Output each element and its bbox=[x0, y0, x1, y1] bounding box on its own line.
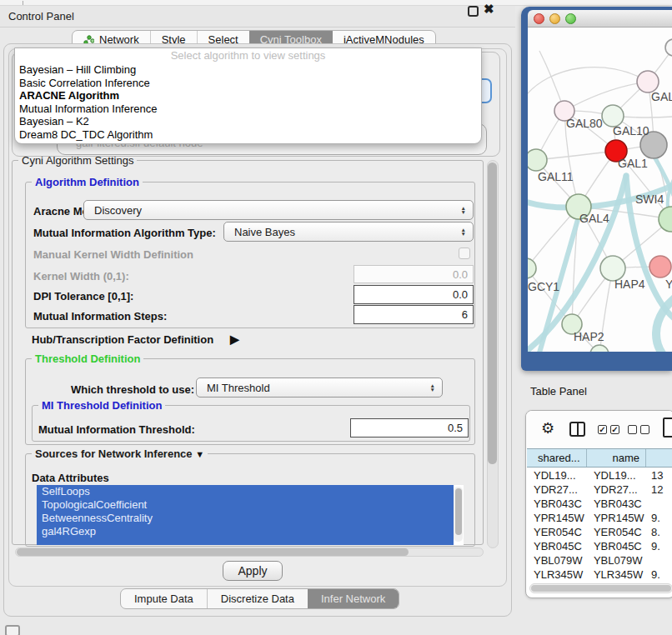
node-gal1-label: GAL1 bbox=[618, 157, 648, 170]
table-cell[interactable]: YBR043C bbox=[587, 498, 647, 510]
attributes-scrollbar[interactable] bbox=[454, 487, 463, 542]
algorithm-option[interactable]: Basic Correlation Inference bbox=[15, 77, 481, 90]
docked-panel-icon[interactable] bbox=[5, 625, 20, 635]
table-row[interactable]: YER054CYER054C8. bbox=[527, 525, 672, 539]
table-cell[interactable]: 9. bbox=[647, 540, 672, 552]
table-panel-title: Table Panel bbox=[530, 385, 587, 398]
table-cell[interactable]: 12 bbox=[647, 483, 672, 496]
node-gal11[interactable] bbox=[528, 149, 547, 171]
table-cell[interactable]: YBL079W bbox=[587, 554, 647, 567]
data-attribute-option[interactable]: TopologicalCoefficient bbox=[37, 498, 454, 512]
document-icon[interactable] bbox=[663, 418, 672, 438]
aracne-mode-combobox[interactable]: Discovery ▲▼ bbox=[83, 200, 474, 220]
collapse-down-icon[interactable]: ▼ bbox=[195, 449, 204, 459]
tab-discretize-data[interactable]: Discretize Data bbox=[207, 589, 308, 608]
expand-right-icon[interactable]: ▶ bbox=[230, 332, 239, 346]
mi-steps-label: Mutual Information Steps: bbox=[33, 310, 167, 322]
table-cell[interactable]: YLR345W bbox=[527, 568, 587, 581]
checked-checkbox-icon[interactable]: ✓ bbox=[610, 425, 619, 434]
tab-infer-network[interactable]: Infer Network bbox=[308, 589, 399, 608]
control-panel-titlebar: Control Panel bbox=[0, 6, 515, 28]
table-cell[interactable]: YLR345W bbox=[587, 568, 647, 581]
table-row[interactable]: YBR045CYBR045C9. bbox=[527, 539, 672, 553]
algorithm-option[interactable]: Mutual Information Inference bbox=[15, 102, 481, 116]
algorithm-option[interactable]: Bayesian – K2 bbox=[15, 115, 481, 128]
aracne-mode-value: Discovery bbox=[94, 204, 461, 217]
algorithm-option[interactable]: Bayesian – Hill Climbing bbox=[15, 63, 481, 77]
table-scrollbar-thumb[interactable] bbox=[531, 585, 671, 592]
column-header-name[interactable]: name bbox=[587, 449, 647, 467]
node-unnamed-top[interactable] bbox=[665, 39, 672, 56]
unchecked-checkbox-icon[interactable] bbox=[640, 425, 649, 434]
table-cell[interactable]: YER054C bbox=[527, 526, 587, 538]
table-row[interactable]: YLR345WYLR345W9. bbox=[527, 568, 672, 582]
settings-vertical-scrollbar-thumb[interactable] bbox=[488, 162, 497, 464]
table-cell[interactable]: YDL19... bbox=[587, 469, 647, 482]
table-horizontal-scrollbar[interactable] bbox=[529, 583, 672, 593]
tab-impute-data[interactable]: Impute Data bbox=[121, 589, 207, 608]
algorithm-option[interactable]: Dream8 DC_TDC Algorithm bbox=[15, 128, 481, 142]
table-cell[interactable]: YER054C bbox=[587, 526, 647, 538]
manual-kernel-checkbox[interactable] bbox=[459, 248, 470, 259]
table-cell[interactable]: YBR043C bbox=[527, 498, 587, 510]
node-y-partial[interactable] bbox=[649, 256, 671, 278]
table-cell[interactable]: 13 bbox=[647, 469, 672, 482]
table-cell[interactable]: 9. bbox=[647, 568, 672, 581]
app-root: Control Panel ✖ Network Style Select Cyn… bbox=[0, 0, 672, 635]
top-strip bbox=[0, 0, 672, 6]
table-cell[interactable]: YDL19... bbox=[527, 469, 587, 482]
sources-title[interactable]: Sources for Network Inference ▼ bbox=[32, 448, 208, 460]
close-icon[interactable]: ✖ bbox=[484, 2, 494, 17]
column-header-shared[interactable]: shared... bbox=[527, 449, 587, 467]
which-threshold-combobox[interactable]: MI Threshold ▲▼ bbox=[196, 378, 443, 398]
table-cell[interactable]: YPR145W bbox=[527, 512, 587, 524]
data-attribute-option[interactable]: gal4RGexp bbox=[37, 525, 454, 538]
table-row[interactable]: YPR145WYPR145W9. bbox=[527, 511, 672, 525]
node-gal11-label: GAL11 bbox=[538, 170, 574, 183]
attributes-scrollbar-thumb[interactable] bbox=[455, 488, 462, 535]
algorithm-dropdown[interactable]: Select algorithm to view settings Bayesi… bbox=[14, 48, 482, 144]
settings-horizontal-scrollbar-thumb[interactable] bbox=[17, 548, 409, 556]
table-cell[interactable]: YDR27... bbox=[527, 483, 587, 496]
bottom-tabbar: Impute Data Discretize Data Infer Networ… bbox=[120, 588, 399, 609]
table-cell[interactable]: 9. bbox=[647, 512, 672, 524]
column-header-partial[interactable] bbox=[646, 449, 672, 467]
table-cell[interactable]: YPR145W bbox=[587, 512, 647, 524]
table-cell[interactable]: 8. bbox=[647, 526, 672, 538]
table-row[interactable]: YDL19...YDL19...13 bbox=[527, 468, 672, 482]
algorithm-definition-title: Algorithm Definition bbox=[32, 176, 143, 188]
hub-definition-label[interactable]: Hub/Transcription Factor Definition bbox=[32, 333, 213, 346]
mi-threshold-field[interactable]: 0.5 bbox=[350, 418, 469, 438]
node-bottom-partial[interactable] bbox=[590, 345, 609, 352]
traffic-light-minimize-icon[interactable] bbox=[549, 13, 560, 24]
table-cell[interactable]: YBR045C bbox=[587, 540, 647, 552]
data-attribute-option[interactable]: BetweennessCentrality bbox=[37, 512, 454, 525]
checked-checkbox-icon[interactable]: ✓ bbox=[598, 425, 607, 434]
table-row[interactable]: YBR043CYBR043C bbox=[527, 497, 672, 511]
unchecked-checkbox-icon[interactable] bbox=[628, 425, 637, 434]
node-gcy1[interactable] bbox=[528, 258, 536, 278]
traffic-light-zoom-icon[interactable] bbox=[565, 13, 576, 24]
table-cell[interactable]: YBR045C bbox=[527, 540, 587, 552]
table-cell[interactable]: YDR27... bbox=[587, 483, 647, 496]
kernel-width-field[interactable]: 0.0 bbox=[354, 265, 474, 283]
data-attribute-option[interactable]: SelfLoops bbox=[37, 485, 454, 498]
mi-steps-field[interactable]: 6 bbox=[354, 305, 474, 324]
float-window-icon[interactable] bbox=[468, 6, 479, 17]
split-columns-icon[interactable] bbox=[569, 422, 585, 437]
table-row[interactable]: YDR27...YDR27...12 bbox=[527, 482, 672, 497]
algorithm-option[interactable]: ARACNE Algorithm bbox=[15, 89, 481, 102]
gear-icon[interactable]: ⚙ bbox=[541, 419, 554, 438]
mi-algorithm-type-combobox[interactable]: Naive Bayes ▲▼ bbox=[223, 222, 474, 242]
apply-button[interactable]: Apply bbox=[223, 561, 283, 581]
dpi-tolerance-field[interactable]: 0.0 bbox=[354, 285, 474, 304]
table-header-row: shared... name bbox=[527, 448, 672, 468]
table-row[interactable]: YBL079WYBL079W bbox=[527, 553, 672, 568]
spinner-arrows-icon: ▲▼ bbox=[461, 206, 466, 214]
traffic-light-close-icon[interactable] bbox=[534, 13, 544, 24]
data-attributes-listbox[interactable]: SelfLoopsTopologicalCoefficientBetweenne… bbox=[37, 485, 464, 545]
table-cell[interactable]: YBL079W bbox=[527, 554, 587, 567]
network-canvas[interactable]: GALGAL80GAL10GAL1GAL11SWI4GAL4HAP4YGCY1H… bbox=[528, 28, 672, 352]
node-gal4-label: GAL4 bbox=[579, 212, 609, 225]
spinner-arrows-icon: ▲▼ bbox=[461, 228, 466, 236]
